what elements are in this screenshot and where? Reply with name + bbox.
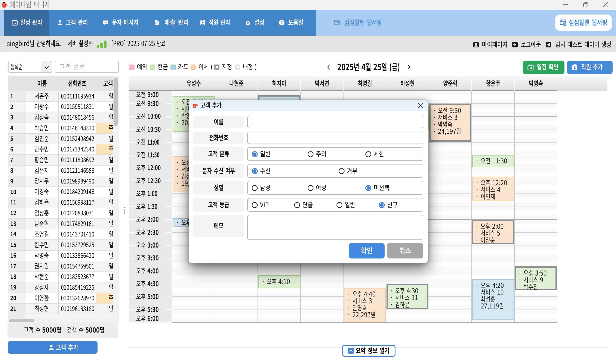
svg-text:C: C: [193, 104, 195, 107]
svg-text:?: ?: [281, 21, 283, 25]
svg-text:C: C: [3, 4, 5, 7]
